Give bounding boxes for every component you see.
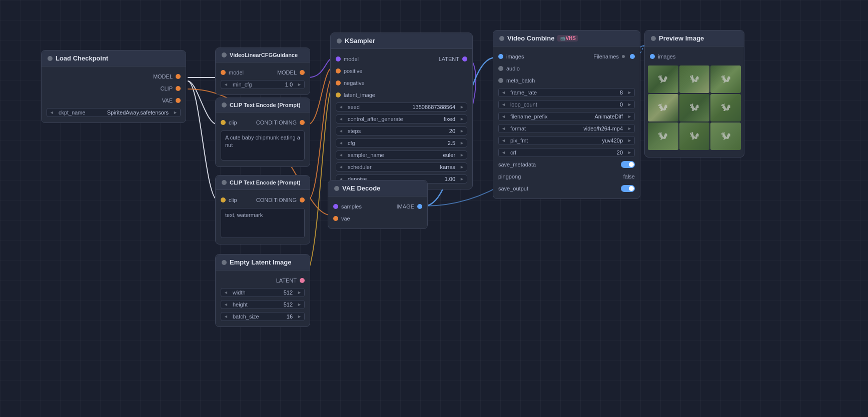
control-right[interactable]: ►	[457, 116, 467, 122]
ksampler-header: KSampler	[331, 33, 472, 49]
sampler-label: sampler_name	[346, 151, 386, 159]
height-value: 512	[250, 300, 295, 308]
video-linear-node: VideoLinearCFGGuidance model MODEL ◄ min…	[215, 48, 310, 95]
vae-output-port[interactable]	[176, 98, 181, 103]
control-left[interactable]: ◄	[336, 116, 346, 122]
sampler-left[interactable]: ◄	[336, 152, 346, 158]
lc-value: 0	[539, 100, 625, 108]
batch-right[interactable]: ►	[295, 313, 304, 320]
seed-left[interactable]: ◄	[336, 104, 346, 110]
sampler-stepper[interactable]: ◄ sampler_name euler ►	[336, 150, 467, 160]
fmt-right[interactable]: ►	[625, 125, 634, 132]
format-stepper[interactable]: ◄ format video/h264-mp4 ►	[498, 124, 635, 133]
ks-positive-input[interactable]	[336, 68, 341, 74]
vl-model-output-port[interactable]	[300, 70, 305, 75]
control-stepper[interactable]: ◄ control_after_generate fixed ►	[336, 114, 467, 124]
cfg-stepper[interactable]: ◄ cfg 2.5 ►	[336, 138, 467, 148]
steps-stepper[interactable]: ◄ steps 20 ►	[336, 126, 467, 136]
pf-label: pix_fmt	[508, 136, 530, 144]
batch-size-stepper[interactable]: ◄ batch_size 16 ►	[221, 312, 305, 321]
width-stepper[interactable]: ◄ width 512 ►	[221, 288, 305, 297]
preview-image-dot	[651, 36, 656, 41]
cfg-right[interactable]: ►	[457, 140, 467, 146]
filename-prefix-stepper[interactable]: ◄ filename_prefix AnimateDiff ►	[498, 112, 635, 121]
ckpt-arrow-right[interactable]: ►	[171, 109, 180, 116]
vae-samples-input[interactable]	[333, 204, 338, 209]
pi-images-input[interactable]	[650, 54, 655, 59]
vc-audio-input[interactable]	[498, 66, 503, 71]
ks-latent-input[interactable]	[336, 92, 341, 98]
height-right[interactable]: ►	[295, 301, 304, 308]
fmt-left[interactable]: ◄	[499, 125, 508, 132]
vc-filenames-port[interactable]	[630, 54, 635, 59]
save-metadata-toggle[interactable]	[621, 161, 635, 168]
frame-rate-stepper[interactable]: ◄ frame_rate 8 ►	[498, 88, 635, 97]
clip-negative-dot	[222, 180, 227, 185]
vl-model-input-port[interactable]	[221, 70, 226, 75]
fp-left[interactable]: ◄	[499, 113, 508, 120]
crf-label: crf	[508, 148, 518, 156]
clip-neg-output-port[interactable]	[300, 198, 305, 202]
crf-left[interactable]: ◄	[499, 149, 508, 156]
vc-images-input[interactable]	[498, 54, 503, 59]
sampler-right[interactable]: ►	[457, 152, 467, 158]
width-left[interactable]: ◄	[221, 289, 231, 296]
steps-label: steps	[346, 127, 363, 135]
pf-left[interactable]: ◄	[499, 137, 508, 144]
crf-right[interactable]: ►	[625, 149, 634, 156]
clip-pos-input-port[interactable]	[221, 120, 226, 125]
seed-stepper[interactable]: ◄ seed 13508687388564 ►	[336, 102, 467, 112]
lc-label: loop_count	[508, 100, 539, 108]
min-cfg-stepper[interactable]: ◄ min_cfg 1.0 ►	[221, 80, 305, 89]
min-cfg-left[interactable]: ◄	[221, 81, 231, 88]
ks-model-input[interactable]	[336, 56, 341, 62]
min-cfg-right[interactable]: ►	[295, 81, 304, 88]
clip-pos-output-port[interactable]	[300, 120, 305, 125]
vae-image-output[interactable]	[417, 204, 422, 209]
preview-image-grid	[645, 62, 744, 153]
clip-neg-output-label: CONDITIONING	[256, 197, 297, 203]
batch-left[interactable]: ◄	[221, 313, 231, 320]
fr-right[interactable]: ►	[625, 89, 634, 96]
scheduler-left[interactable]: ◄	[336, 164, 346, 170]
ckpt-name-stepper[interactable]: ◄ ckpt_name SpiritedAway.safetensors ►	[47, 108, 181, 117]
clip-pos-output-label: CONDITIONING	[256, 120, 297, 126]
negative-prompt-text[interactable]: text, watermark	[221, 208, 305, 238]
crf-stepper[interactable]: ◄ crf 20 ►	[498, 148, 635, 157]
ks-positive-label: positive	[344, 68, 362, 74]
clip-output-port[interactable]	[176, 86, 181, 91]
ks-negative-input[interactable]	[336, 80, 341, 86]
scheduler-value: karras	[374, 163, 457, 171]
ckpt-arrow-left[interactable]: ◄	[47, 109, 57, 116]
clip-neg-input-port[interactable]	[221, 198, 226, 202]
steps-right[interactable]: ►	[457, 128, 467, 134]
width-right[interactable]: ►	[295, 289, 304, 296]
positive-prompt-text[interactable]: A cute baby chipmunk eating a nut	[221, 130, 305, 160]
vc-filenames-dot[interactable]	[622, 55, 625, 58]
denoise-right[interactable]: ►	[457, 176, 467, 182]
loop-count-stepper[interactable]: ◄ loop_count 0 ►	[498, 100, 635, 109]
video-linear-dot	[222, 52, 227, 58]
height-stepper[interactable]: ◄ height 512 ►	[221, 300, 305, 309]
lc-left[interactable]: ◄	[499, 101, 508, 108]
pixfmt-stepper[interactable]: ◄ pix_fmt yuv420p ►	[498, 136, 635, 145]
model-output-port[interactable]	[176, 74, 181, 79]
pf-right[interactable]: ►	[625, 137, 634, 144]
vae-vae-input[interactable]	[333, 216, 338, 221]
cfg-left[interactable]: ◄	[336, 140, 346, 146]
latent-output-port[interactable]	[300, 278, 305, 283]
lc-right[interactable]: ►	[625, 101, 634, 108]
ks-latent-output[interactable]	[462, 56, 467, 62]
fr-left[interactable]: ◄	[499, 89, 508, 96]
fp-right[interactable]: ►	[625, 113, 634, 120]
steps-left[interactable]: ◄	[336, 128, 346, 134]
scheduler-right[interactable]: ►	[457, 164, 467, 170]
vae-samples-label: samples	[341, 204, 362, 210]
save-output-toggle[interactable]	[621, 185, 635, 192]
height-left[interactable]: ◄	[221, 301, 231, 308]
scheduler-stepper[interactable]: ◄ scheduler karras ►	[336, 162, 467, 172]
seed-right[interactable]: ►	[457, 104, 467, 110]
vc-meta-input[interactable]	[498, 78, 503, 83]
clip-positive-dot	[222, 102, 227, 108]
vae-vae-label: vae	[341, 216, 350, 222]
